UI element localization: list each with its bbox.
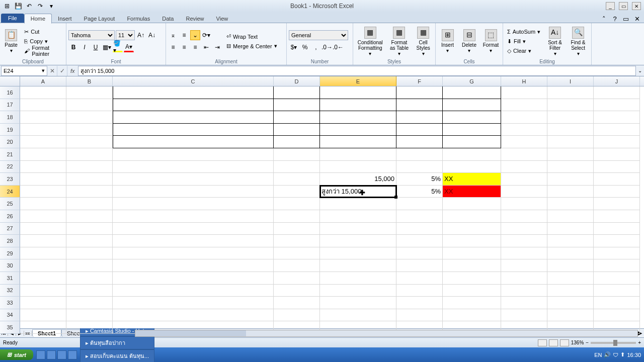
find-select-button[interactable]: 🔍Find & Select▾ <box>568 27 589 56</box>
ql-icon-1[interactable] <box>36 350 45 359</box>
cell-H23[interactable] <box>501 173 547 186</box>
cell-G32[interactable] <box>443 285 501 297</box>
align-top-icon[interactable]: ⌅ <box>168 30 178 40</box>
ql-icon-3[interactable] <box>57 350 66 359</box>
cell-C27[interactable] <box>113 223 274 235</box>
expand-formula-bar-icon[interactable]: ⌄ <box>636 68 644 73</box>
page-break-view-icon[interactable] <box>560 339 569 346</box>
cell-E22[interactable] <box>320 161 396 173</box>
tray-icon-1[interactable]: 🔊 <box>604 351 611 358</box>
zoom-slider[interactable] <box>591 342 636 344</box>
cell-G20[interactable] <box>443 136 501 148</box>
increase-decimal-icon[interactable]: .0→ <box>322 42 332 52</box>
row-header-17[interactable]: 17 <box>0 99 20 112</box>
cell-C16[interactable] <box>113 86 274 99</box>
cell-E31[interactable] <box>320 272 396 285</box>
cell-D20[interactable] <box>274 136 320 148</box>
cell-A20[interactable] <box>20 136 66 148</box>
cell-A33[interactable] <box>20 297 66 309</box>
cell-J26[interactable] <box>594 210 640 223</box>
cell-F24[interactable]: 5% <box>396 186 443 198</box>
zoom-level[interactable]: 136% <box>571 340 584 345</box>
cell-A21[interactable] <box>20 148 66 161</box>
cell-E24[interactable]: สูงกว่า 15,000✚ <box>320 186 396 198</box>
ql-icon-2[interactable] <box>47 350 56 359</box>
cell-H29[interactable] <box>501 247 547 260</box>
cell-B17[interactable] <box>66 99 113 112</box>
shrink-font-icon[interactable]: A↓ <box>147 30 157 40</box>
indent-increase-icon[interactable]: ⇥ <box>212 42 222 52</box>
qat-customize-icon[interactable]: ▾ <box>46 1 56 11</box>
cell-F25[interactable] <box>396 198 443 210</box>
row-header-23[interactable]: 23 <box>0 173 20 186</box>
cell-G34[interactable] <box>443 309 501 322</box>
cell-E33[interactable] <box>320 297 396 309</box>
cell-F26[interactable] <box>396 210 443 223</box>
ql-icon-4[interactable] <box>68 350 77 359</box>
cell-A26[interactable] <box>20 210 66 223</box>
redo-icon[interactable]: ↷ <box>35 1 45 11</box>
underline-button[interactable]: U <box>91 42 101 52</box>
cell-I31[interactable] <box>547 272 594 285</box>
workbook-close-icon[interactable]: ✕ <box>633 15 641 23</box>
cell-H33[interactable] <box>501 297 547 309</box>
format-painter-button[interactable]: 🖌 Format Painter <box>22 46 64 55</box>
cell-B19[interactable] <box>66 124 113 136</box>
cell-D18[interactable] <box>274 111 320 124</box>
font-color-button[interactable]: A▾ <box>124 42 134 52</box>
cell-B24[interactable] <box>66 186 113 198</box>
row-header-18[interactable]: 18 <box>0 111 20 124</box>
cell-E26[interactable] <box>320 210 396 223</box>
cell-J22[interactable] <box>594 161 640 173</box>
row-header-27[interactable]: 27 <box>0 223 20 235</box>
cell-C20[interactable] <box>113 136 274 148</box>
cell-I29[interactable] <box>547 247 594 260</box>
row-header-35[interactable]: 35 <box>0 321 20 334</box>
cell-H17[interactable] <box>501 99 547 112</box>
row-header-24[interactable]: 24 <box>0 186 20 198</box>
cell-D22[interactable] <box>274 161 320 173</box>
cell-F22[interactable] <box>396 161 443 173</box>
cell-A17[interactable] <box>20 99 66 112</box>
row-header-19[interactable]: 19 <box>0 124 20 136</box>
cell-H25[interactable] <box>501 198 547 210</box>
cell-B16[interactable] <box>66 86 113 99</box>
cell-I34[interactable] <box>547 309 594 322</box>
row-header-29[interactable]: 29 <box>0 247 20 260</box>
cell-J21[interactable] <box>594 148 640 161</box>
row-header-32[interactable]: 32 <box>0 285 20 297</box>
cell-D29[interactable] <box>274 247 320 260</box>
taskbar-item[interactable]: ▸ สอบเก็บคะแนน ต้นทุน... <box>80 349 154 362</box>
cell-C28[interactable] <box>113 235 274 247</box>
cell-J25[interactable] <box>594 198 640 210</box>
cell-C24[interactable] <box>113 186 274 198</box>
cell-B35[interactable] <box>66 321 113 334</box>
cell-B25[interactable] <box>66 198 113 210</box>
cell-I19[interactable] <box>547 124 594 136</box>
col-header-H[interactable]: H <box>501 76 547 86</box>
cell-F30[interactable] <box>396 259 443 272</box>
cell-I23[interactable] <box>547 173 594 186</box>
cell-F19[interactable] <box>396 124 443 136</box>
tab-view[interactable]: View <box>210 14 234 23</box>
cell-H24[interactable] <box>501 186 547 198</box>
horizontal-scrollbar[interactable] <box>135 330 638 337</box>
cell-C33[interactable] <box>113 297 274 309</box>
tray-icon-3[interactable]: ⬆ <box>620 351 625 358</box>
cell-G21[interactable] <box>443 148 501 161</box>
enter-formula-icon[interactable]: ✓ <box>57 66 67 76</box>
cell-D19[interactable] <box>274 124 320 136</box>
tab-data[interactable]: Data <box>156 14 180 23</box>
cell-I16[interactable] <box>547 86 594 99</box>
cell-J23[interactable] <box>594 173 640 186</box>
cell-C17[interactable] <box>113 99 274 112</box>
cell-C34[interactable] <box>113 309 274 322</box>
cell-H26[interactable] <box>501 210 547 223</box>
format-cells-button[interactable]: ⬚Format▾ <box>481 29 501 53</box>
cell-D16[interactable] <box>274 86 320 99</box>
cell-styles-button[interactable]: ▦Cell Styles▾ <box>413 26 433 57</box>
col-header-D[interactable]: D <box>274 76 320 86</box>
row-header-25[interactable]: 25 <box>0 198 20 210</box>
cell-C25[interactable] <box>113 198 274 210</box>
cell-D31[interactable] <box>274 272 320 285</box>
